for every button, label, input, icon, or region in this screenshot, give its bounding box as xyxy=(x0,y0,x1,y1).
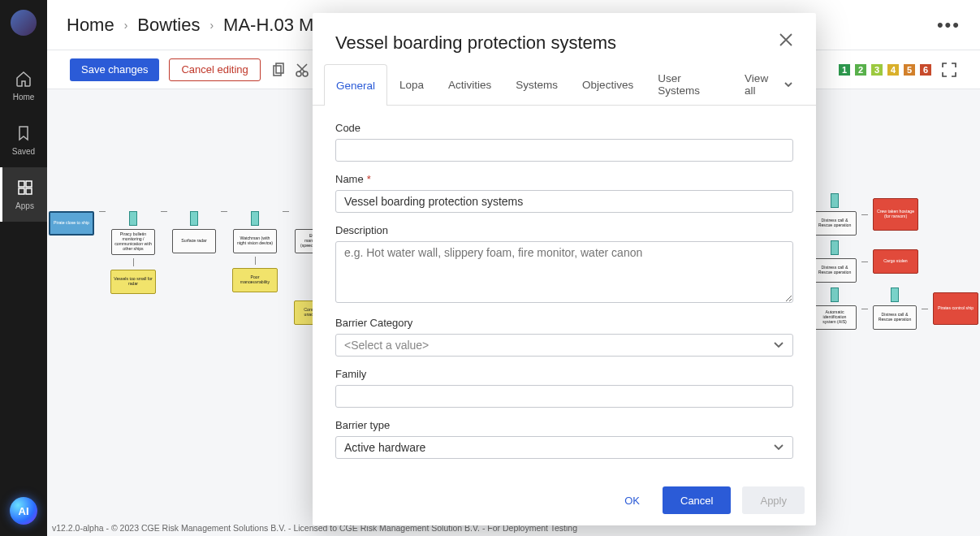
cancel-button[interactable]: Cancel xyxy=(663,486,731,514)
breadcrumb-home[interactable]: Home xyxy=(67,15,114,36)
consequence-pirates-control[interactable]: Pirates control ship xyxy=(933,292,978,325)
barrier-watchman[interactable]: Watchman (with night vision device) xyxy=(233,229,277,253)
close-icon[interactable] xyxy=(779,32,793,47)
barrier-marker xyxy=(251,211,259,226)
left-vertical-nav: Home Saved Apps AI xyxy=(0,0,47,536)
barrier-marker xyxy=(891,287,899,302)
label-name: Name* xyxy=(335,173,793,185)
zoom-level-3[interactable]: 3 xyxy=(871,64,883,76)
tab-objectives[interactable]: Objectives xyxy=(570,63,645,105)
input-name[interactable] xyxy=(335,190,793,213)
nav-saved[interactable]: Saved xyxy=(0,113,47,167)
chevron-down-icon xyxy=(773,339,784,351)
tab-view-all[interactable]: View all xyxy=(732,63,805,105)
consequence-cargo-stolen[interactable]: Cargo stolen xyxy=(873,249,918,274)
dialog-tabs: General Lopa Activities Systems Objectiv… xyxy=(313,63,816,106)
svg-rect-1 xyxy=(26,181,32,187)
zoom-level-4[interactable]: 4 xyxy=(887,64,899,76)
zoom-level-1[interactable]: 1 xyxy=(839,64,850,76)
barrier-distress-call-1[interactable]: Distress call & Rescue operation xyxy=(813,211,857,236)
tab-activities[interactable]: Activities xyxy=(436,63,503,105)
select-value: Active hardware xyxy=(344,441,425,454)
select-barrier-category[interactable]: <Select a value> xyxy=(335,334,793,357)
nav-home[interactable]: Home xyxy=(0,58,47,113)
textarea-description[interactable] xyxy=(335,241,793,303)
zoom-level-5[interactable]: 5 xyxy=(904,64,915,76)
dialog-body: Code Name* Description Barrier Category … xyxy=(313,106,816,472)
connector-line xyxy=(861,262,868,262)
escalation-poor-manoeuvrability[interactable]: Poor manoeuvrability xyxy=(232,268,278,292)
connector-line xyxy=(99,211,106,212)
connector-line xyxy=(133,258,134,266)
cancel-editing-button[interactable]: Cancel editing xyxy=(169,58,260,81)
connector-line xyxy=(861,214,868,215)
escalation-vessels-small[interactable]: Vessels too small for radar xyxy=(110,270,156,294)
barrier-distress-call-3[interactable]: Distress call & Rescue operation xyxy=(873,305,917,330)
copy-icon[interactable] xyxy=(270,63,285,77)
chevron-right-icon: › xyxy=(124,19,128,32)
label-family: Family xyxy=(335,368,793,380)
tab-systems[interactable]: Systems xyxy=(503,63,570,105)
nav-saved-label: Saved xyxy=(12,147,35,156)
ok-button[interactable]: OK xyxy=(613,489,651,512)
barrier-marker xyxy=(831,240,839,255)
connector-line xyxy=(922,309,928,309)
connector-line xyxy=(161,211,167,212)
tab-lopa[interactable]: Lopa xyxy=(387,63,436,105)
label-barrier-category: Barrier Category xyxy=(335,317,793,329)
barrier-marker xyxy=(831,287,839,302)
zoom-level-2[interactable]: 2 xyxy=(855,64,866,76)
svg-rect-0 xyxy=(19,181,24,187)
dialog-title: Vessel boarding protection systems xyxy=(335,32,616,54)
save-changes-button[interactable]: Save changes xyxy=(70,58,159,81)
chevron-down-icon xyxy=(773,442,784,453)
barrier-piracy-bulletin[interactable]: Piracy bulletin monitoring / communicati… xyxy=(111,229,155,255)
input-code[interactable] xyxy=(335,139,793,162)
label-code: Code xyxy=(335,122,793,134)
label-description: Description xyxy=(335,224,793,236)
connector-line xyxy=(861,309,868,309)
svg-rect-5 xyxy=(276,63,283,73)
barrier-distress-call-2[interactable]: Distress call & Rescue operation xyxy=(813,258,857,283)
barrier-marker xyxy=(129,211,137,226)
svg-rect-2 xyxy=(19,188,24,194)
svg-rect-4 xyxy=(274,66,281,76)
select-placeholder: <Select a value> xyxy=(344,339,429,352)
connector-line xyxy=(255,257,256,265)
threat-node-pirate-close[interactable]: Pirate close to ship xyxy=(49,211,94,236)
label-barrier-type: Barrier type xyxy=(335,419,793,431)
barrier-marker xyxy=(190,211,198,226)
chevron-down-icon xyxy=(784,80,792,89)
svg-rect-3 xyxy=(26,188,32,194)
fullscreen-icon[interactable] xyxy=(941,62,957,78)
consequence-crew-hostage[interactable]: Crew taken hostage (for ransom) xyxy=(873,198,918,231)
zoom-level-selector: 1 2 3 4 5 6 xyxy=(839,62,957,78)
barrier-marker xyxy=(831,193,839,208)
app-logo[interactable] xyxy=(11,10,37,36)
input-family[interactable] xyxy=(335,385,793,408)
cut-icon[interactable] xyxy=(295,63,309,77)
tab-user-systems[interactable]: User Systems xyxy=(645,63,732,105)
chevron-right-icon: › xyxy=(209,19,214,32)
tab-view-all-label: View all xyxy=(745,72,779,97)
nav-home-label: Home xyxy=(13,93,35,102)
home-icon xyxy=(15,70,32,88)
connector-line xyxy=(221,211,227,212)
barrier-surface-radar[interactable]: Surface radar xyxy=(172,229,216,253)
zoom-level-6[interactable]: 6 xyxy=(920,64,931,76)
more-menu-icon[interactable]: ••• xyxy=(937,15,961,36)
barrier-properties-dialog: Vessel boarding protection systems Gener… xyxy=(313,13,816,525)
tab-general[interactable]: General xyxy=(324,64,387,106)
bookmark-icon xyxy=(15,124,32,142)
dialog-footer: OK Cancel Apply xyxy=(313,472,816,525)
breadcrumb-bowties[interactable]: Bowties xyxy=(137,15,200,36)
ai-assistant-button[interactable]: AI xyxy=(10,497,37,525)
select-barrier-type[interactable]: Active hardware xyxy=(335,436,793,459)
apply-button: Apply xyxy=(742,486,805,514)
nav-apps[interactable]: Apps xyxy=(0,167,47,222)
barrier-auto-identification[interactable]: Automatic identification system (AIS) xyxy=(813,305,857,330)
nav-apps-label: Apps xyxy=(15,201,34,210)
apps-grid-icon xyxy=(16,179,34,197)
connector-line xyxy=(283,211,289,212)
